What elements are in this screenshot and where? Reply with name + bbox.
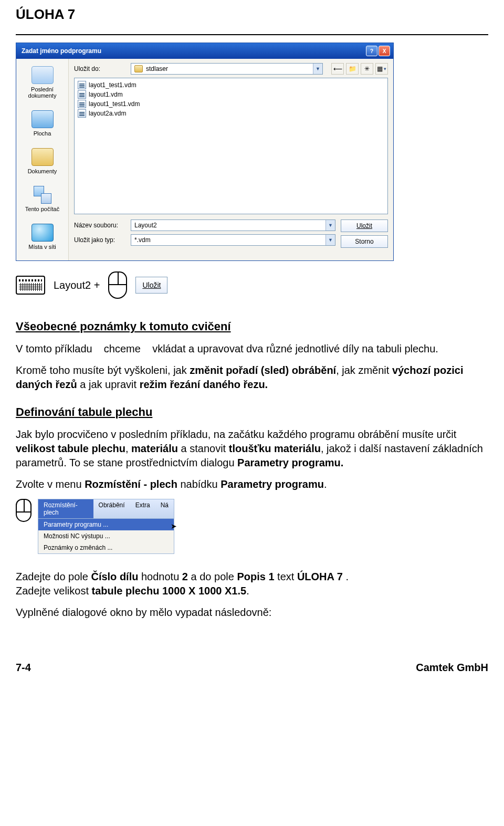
file-icon (78, 100, 86, 108)
filetype-label: Uložit jako typ: (74, 236, 127, 244)
save-dialog: Zadat jméno podprogramu ? X Poslední dok… (16, 43, 394, 261)
close-button[interactable]: X (379, 46, 390, 56)
filetype-field[interactable]: *.vdm ▼ (131, 234, 335, 246)
paragraph: V tomto příkladu chceme vkládat a upravo… (16, 342, 488, 356)
file-item[interactable]: layout2a.vdm (78, 109, 384, 118)
page-title: ÚLOHA 7 (16, 6, 488, 23)
input-hint-strip: Layout2 + Uložit (16, 271, 488, 299)
documents-icon (32, 148, 54, 166)
paragraph: Vyplněné dialogové okno by mělo vypadat … (16, 605, 488, 620)
place-recent[interactable]: Poslední dokumenty (18, 62, 66, 106)
dropdown-menu: Parametry programu ...➤ Možnosti NC výst… (38, 518, 174, 553)
desktop-icon (32, 110, 54, 128)
save-button[interactable]: Uložit (341, 219, 388, 232)
save-in-combo[interactable]: stdlaser ▼ (131, 63, 323, 75)
menu-tab[interactable]: Rozmístění-plech (38, 499, 93, 518)
page-footer: 7-4 Camtek GmbH (16, 662, 488, 674)
help-button[interactable]: ? (366, 46, 377, 56)
paragraph: Kromě toho musíte být vyškoleni, jak změ… (16, 363, 488, 392)
paragraph: Zvolte v menu Rozmístění - plech nabídku… (16, 477, 488, 492)
chevron-down-icon[interactable]: ▼ (326, 220, 335, 231)
place-network[interactable]: Místa v síti (18, 219, 66, 257)
folder-icon (134, 65, 143, 72)
filename-label: Název souboru: (74, 222, 127, 229)
paragraph: Jak bylo procvičeno v posledním příkladu… (16, 427, 488, 470)
file-item[interactable]: layout1_test1.vdm (78, 99, 384, 109)
menu-tab[interactable]: Ná (155, 499, 174, 518)
menu-tab[interactable]: Obrábění (93, 499, 130, 518)
file-name: layot1_test1.vdm (89, 81, 136, 89)
dialog-titlebar: Zadat jméno podprogramu ? X (16, 43, 393, 59)
publisher: Camtek GmbH (416, 662, 488, 674)
chevron-down-icon[interactable]: ▼ (313, 64, 322, 74)
network-icon (32, 224, 54, 242)
file-item[interactable]: layout1.vdm (78, 90, 384, 99)
places-bar: Poslední dokumenty Plocha Dokumenty Tent… (16, 59, 69, 260)
recent-docs-icon (32, 66, 54, 84)
place-label: Plocha (19, 130, 65, 137)
cancel-button[interactable]: Storno (341, 235, 388, 248)
filename-value: Layout2 (134, 222, 157, 229)
save-button-inline[interactable]: Uložit (135, 277, 167, 294)
cursor-icon: ➤ (171, 522, 177, 530)
chevron-down-icon[interactable]: ▼ (326, 235, 335, 245)
place-computer[interactable]: Tento počítač (18, 182, 66, 219)
mouse-icon (16, 499, 32, 522)
file-icon (78, 81, 86, 89)
mouse-icon (108, 271, 127, 299)
menu-tab[interactable]: Extra (130, 499, 155, 518)
paragraph: Zadejte do pole Číslo dílu hodnotu 2 a d… (16, 570, 488, 598)
place-documents[interactable]: Dokumenty (18, 144, 66, 182)
menu-item[interactable]: Poznámky o změnách ... (38, 542, 174, 553)
file-name: layout2a.vdm (89, 110, 126, 117)
dialog-title: Zadat jméno podprogramu (22, 47, 366, 55)
computer-icon (32, 186, 54, 204)
menu-screenshot: Rozmístění-plech Obrábění Extra Ná Param… (38, 499, 174, 554)
section-heading: Definování tabule plechu (16, 405, 488, 419)
section-heading: Všeobecné poznámky k tomuto cvičení (16, 320, 488, 333)
place-label: Místa v síti (19, 244, 65, 250)
file-list[interactable]: layot1_test1.vdm layout1.vdm layout1_tes… (74, 78, 388, 214)
new-folder-button[interactable]: ✳ (361, 63, 373, 75)
keyboard-icon (16, 276, 45, 295)
save-in-value: stdlaser (146, 65, 168, 72)
file-icon (78, 109, 86, 118)
place-label: Poslední dokumenty (19, 86, 65, 99)
file-icon (78, 90, 86, 99)
strip-text: Layout2 + (54, 279, 100, 291)
save-in-label: Uložit do: (74, 65, 127, 72)
file-name: layout1.vdm (89, 91, 123, 98)
filename-field[interactable]: Layout2 ▼ (131, 219, 335, 231)
place-label: Tento počítač (19, 206, 65, 212)
place-desktop[interactable]: Plocha (18, 106, 66, 144)
place-label: Dokumenty (19, 168, 65, 174)
menu-bar: Rozmístění-plech Obrábění Extra Ná (38, 499, 174, 518)
views-button[interactable]: ▦ (375, 63, 388, 75)
file-name: layout1_test1.vdm (89, 100, 140, 108)
back-button[interactable]: ⟵ (331, 63, 344, 75)
file-item[interactable]: layot1_test1.vdm (78, 80, 384, 90)
filetype-value: *.vdm (134, 236, 151, 244)
menu-item[interactable]: Možnosti NC výstupu ... (38, 530, 174, 542)
page-number: 7-4 (16, 662, 31, 674)
menu-item[interactable]: Parametry programu ...➤ (38, 519, 174, 530)
up-button[interactable]: 📁 (346, 63, 359, 75)
horizontal-rule (16, 34, 488, 35)
